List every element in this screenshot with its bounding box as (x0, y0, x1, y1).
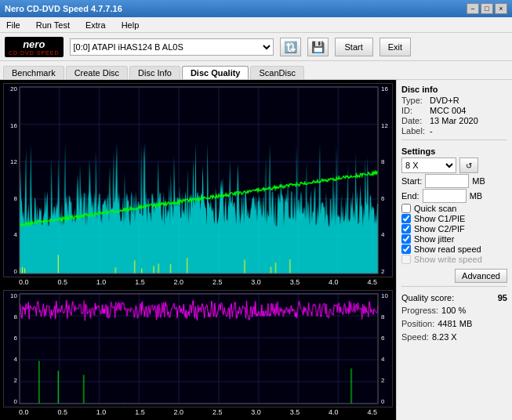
close-button[interactable]: × (495, 3, 507, 14)
menu-help[interactable]: Help (118, 20, 143, 31)
start-button[interactable]: Start (335, 38, 373, 56)
speed-select[interactable]: 8 X (401, 158, 456, 173)
read-speed-checkbox[interactable] (401, 244, 411, 254)
tab-disc-quality[interactable]: Disc Quality (182, 66, 249, 79)
nero-logo: nero CD·DVD SPEED (5, 37, 64, 57)
tabs-bar: Benchmark Create Disc Disc Info Disc Qua… (0, 61, 512, 80)
tab-disc-info[interactable]: Disc Info (129, 66, 180, 79)
divider2 (401, 286, 507, 287)
top-y-label-0: 0 (5, 268, 17, 275)
type-value: DVD+R (430, 96, 459, 105)
settings-section: Settings 8 X ↺ Start: 0000 MB MB End: 44… (401, 147, 507, 283)
quick-scan-row: Quick scan (401, 204, 507, 213)
quick-scan-label: Quick scan (414, 204, 456, 213)
info-date-row: Date: 13 Mar 2020 (401, 116, 507, 125)
bot-y-label-6: 6 (5, 335, 17, 342)
top-y-label-12: 12 (5, 158, 17, 165)
position-label: Position: (401, 319, 434, 328)
info-label-row: Label: - (401, 126, 507, 136)
disc-info-title: Disc info (401, 85, 507, 94)
end-mb-input[interactable]: 4482 MB (423, 189, 467, 203)
exit-button[interactable]: Exit (379, 38, 411, 56)
top-y2-label-16: 16 (381, 85, 390, 92)
c2pif-label: Show C2/PIF (414, 224, 465, 234)
c2pif-checkbox[interactable] (401, 224, 411, 234)
speed-refresh-btn[interactable]: ↺ (459, 158, 478, 173)
menu-extra[interactable]: Extra (82, 20, 109, 31)
end-mb-label: End: (401, 191, 419, 201)
position-value: 4481 MB (438, 319, 472, 328)
title-bar: Nero CD-DVD Speed 4.7.7.16 − □ × (0, 0, 512, 17)
progress-row: Progress: 100 % (401, 306, 507, 315)
progress-label: Progress: (401, 306, 438, 315)
label-value: - (430, 126, 433, 136)
end-mb-unit: MB (470, 191, 483, 201)
settings-title: Settings (401, 147, 507, 156)
start-mb-unit: MB (472, 176, 485, 186)
main-content: 20 16 12 8 4 0 16 12 8 6 4 2 0.00.51.01.… (0, 80, 512, 420)
quality-score-row: Quality score: 95 (401, 293, 507, 302)
quality-score-label: Quality score: (401, 293, 454, 302)
nero-sub-text: CD·DVD SPEED (9, 50, 60, 56)
c2pif-row: Show C2/PIF (401, 224, 507, 234)
drive-select[interactable]: [0:0] ATAPI iHAS124 B AL0S (70, 38, 274, 56)
menu-run-test[interactable]: Run Test (33, 20, 73, 31)
speed-row: 8 X ↺ (401, 158, 507, 173)
date-label: Date: (401, 116, 427, 125)
c1pie-label: Show C1/PIE (414, 214, 465, 223)
c1pie-checkbox[interactable] (401, 214, 411, 223)
quick-scan-checkbox[interactable] (401, 204, 411, 213)
toolbar: nero CD·DVD SPEED [0:0] ATAPI iHAS124 B … (0, 33, 512, 61)
top-y2-label-12: 12 (381, 122, 390, 129)
top-chart: 20 16 12 8 4 0 16 12 8 6 4 2 (3, 83, 393, 277)
bot-y-label-8: 8 (5, 313, 17, 320)
bot-y2-label-4: 4 (381, 356, 390, 363)
menu-file[interactable]: File (3, 20, 24, 31)
disc-info-section: Disc info Type: DVD+R ID: MCC 004 Date: … (401, 85, 507, 136)
divider1 (401, 139, 507, 140)
end-row: End: 4482 MB MB (401, 189, 507, 203)
top-y2-label-2: 2 (381, 268, 390, 275)
type-label: Type: (401, 96, 427, 105)
save-button[interactable]: 💾 (307, 38, 329, 56)
tab-create-disc[interactable]: Create Disc (66, 66, 128, 79)
menu-bar: File Run Test Extra Help (0, 17, 512, 33)
c1pie-row: Show C1/PIE (401, 214, 507, 223)
bot-y2-label-0: 0 (381, 398, 390, 405)
minimize-button[interactable]: − (467, 3, 479, 14)
top-y-label-4: 4 (5, 231, 17, 238)
jitter-checkbox[interactable] (401, 234, 411, 244)
progress-value: 100 % (441, 306, 466, 315)
bot-y2-label-2: 2 (381, 377, 390, 384)
write-speed-row: Show write speed (401, 255, 507, 264)
bot-y-label-10: 10 (5, 292, 17, 299)
position-row: Position: 4481 MB (401, 319, 507, 328)
bot-y2-label-10: 10 (381, 292, 390, 299)
start-mb-label: Start: (401, 176, 422, 186)
date-value: 13 Mar 2020 (430, 116, 478, 125)
advanced-button[interactable]: Advanced (455, 269, 507, 283)
bot-y-label-4: 4 (5, 356, 17, 363)
bottom-chart: 10 8 6 4 2 0 10 8 6 4 2 0 (3, 290, 393, 407)
write-speed-label: Show write speed (414, 255, 482, 264)
refresh-button[interactable]: 🔃 (280, 38, 301, 56)
tab-scan-disc[interactable]: ScanDisc (250, 66, 303, 79)
bot-y-label-0: 0 (5, 398, 17, 405)
window-title: Nero CD-DVD Speed 4.7.7.16 (5, 4, 122, 13)
top-y-label-20: 20 (5, 85, 17, 92)
window-controls: − □ × (467, 3, 507, 14)
info-type-row: Type: DVD+R (401, 96, 507, 105)
sidebar: Disc info Type: DVD+R ID: MCC 004 Date: … (396, 80, 512, 420)
read-speed-label: Show read speed (414, 244, 481, 254)
id-value: MCC 004 (430, 106, 466, 115)
nero-logo-text: nero (23, 38, 45, 50)
maximize-button[interactable]: □ (481, 3, 493, 14)
write-speed-checkbox[interactable] (401, 255, 411, 264)
info-id-row: ID: MCC 004 (401, 106, 507, 115)
top-y2-label-8: 8 (381, 158, 390, 165)
tab-benchmark[interactable]: Benchmark (3, 66, 64, 79)
bot-y2-label-8: 8 (381, 313, 390, 320)
start-mb-input[interactable]: 0000 MB (425, 174, 469, 188)
bottom-x-axis: 0.00.51.01.52.02.53.03.54.04.5 (3, 407, 393, 417)
jitter-label: Show jitter (414, 234, 454, 244)
